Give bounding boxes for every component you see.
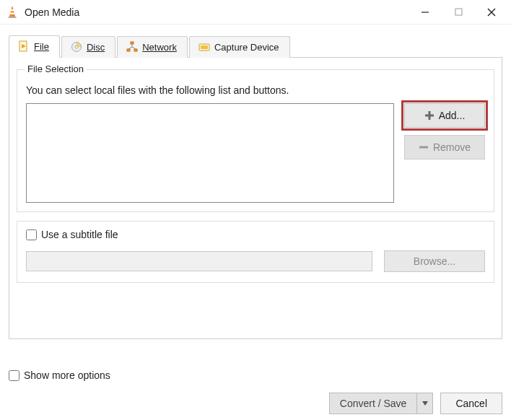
tab-capture[interactable]: Capture Device <box>189 36 290 58</box>
svg-rect-1 <box>10 9 14 11</box>
svg-marker-23 <box>422 401 428 406</box>
show-more-options-row[interactable]: Show more options <box>9 369 502 381</box>
subtitle-group: Use a subtitle file Browse... <box>17 221 494 283</box>
tab-network-label: Network <box>142 42 177 53</box>
browse-button-label: Browse... <box>414 255 455 267</box>
capture-icon <box>198 41 210 53</box>
disc-icon <box>71 41 82 53</box>
vlc-cone-icon <box>6 6 19 19</box>
tab-capture-label: Capture Device <box>214 42 279 53</box>
subtitle-checkbox[interactable] <box>26 229 37 240</box>
plus-icon <box>424 110 434 121</box>
svg-rect-12 <box>131 42 134 44</box>
svg-marker-0 <box>9 6 15 17</box>
content-area: File Disc Network Capture Device File Se… <box>0 25 511 345</box>
tab-disc-label: Disc <box>87 42 105 53</box>
remove-button-label: Remove <box>433 141 471 153</box>
file-list-buttons: Add... Remove <box>404 103 485 203</box>
minimize-icon <box>421 8 429 17</box>
svg-rect-5 <box>455 9 462 15</box>
tab-file[interactable]: File <box>9 35 60 58</box>
file-selection-group: File Selection You can select local file… <box>17 69 494 212</box>
subtitle-checkbox-row[interactable]: Use a subtitle file <box>26 229 485 240</box>
titlebar: Open Media <box>0 0 511 25</box>
svg-rect-13 <box>127 49 130 51</box>
minimize-button[interactable] <box>409 1 442 23</box>
network-icon <box>126 41 138 53</box>
remove-button[interactable]: Remove <box>404 135 485 159</box>
svg-rect-3 <box>9 17 17 18</box>
add-button[interactable]: Add... <box>404 103 485 128</box>
file-selection-help: You can select local files with the foll… <box>26 84 485 96</box>
add-button-label: Add... <box>439 110 466 121</box>
file-list[interactable] <box>26 103 394 203</box>
close-icon <box>487 8 496 17</box>
subtitle-path-input <box>26 251 372 271</box>
close-button[interactable] <box>475 1 508 23</box>
tab-network[interactable]: Network <box>117 36 188 58</box>
minus-icon <box>419 142 429 152</box>
convert-save-button[interactable]: Convert / Save <box>329 393 418 414</box>
maximize-button[interactable] <box>442 1 475 23</box>
file-selection-legend: File Selection <box>25 64 87 74</box>
bottom-bar: Show more options Convert / Save Cancel <box>9 369 502 414</box>
svg-rect-2 <box>10 12 15 14</box>
svg-rect-14 <box>134 49 137 51</box>
show-more-options-label: Show more options <box>24 369 110 381</box>
tab-panel-file: File Selection You can select local file… <box>9 58 502 339</box>
convert-save-dropdown[interactable] <box>417 393 433 414</box>
maximize-icon <box>455 8 463 16</box>
cancel-button[interactable]: Cancel <box>440 393 502 414</box>
browse-button: Browse... <box>384 250 485 272</box>
cancel-button-label: Cancel <box>455 398 487 409</box>
file-icon <box>18 40 30 52</box>
window-title: Open Media <box>25 6 79 18</box>
show-more-options-checkbox[interactable] <box>9 370 19 381</box>
chevron-down-icon <box>422 401 428 406</box>
convert-save-label: Convert / Save <box>340 398 407 409</box>
tab-disc[interactable]: Disc <box>61 36 115 58</box>
tab-file-label: File <box>34 41 49 52</box>
tabstrip: File Disc Network Capture Device <box>9 35 502 58</box>
svg-rect-19 <box>201 45 208 49</box>
convert-save-splitbutton: Convert / Save <box>329 393 434 414</box>
subtitle-checkbox-label: Use a subtitle file <box>41 229 118 240</box>
